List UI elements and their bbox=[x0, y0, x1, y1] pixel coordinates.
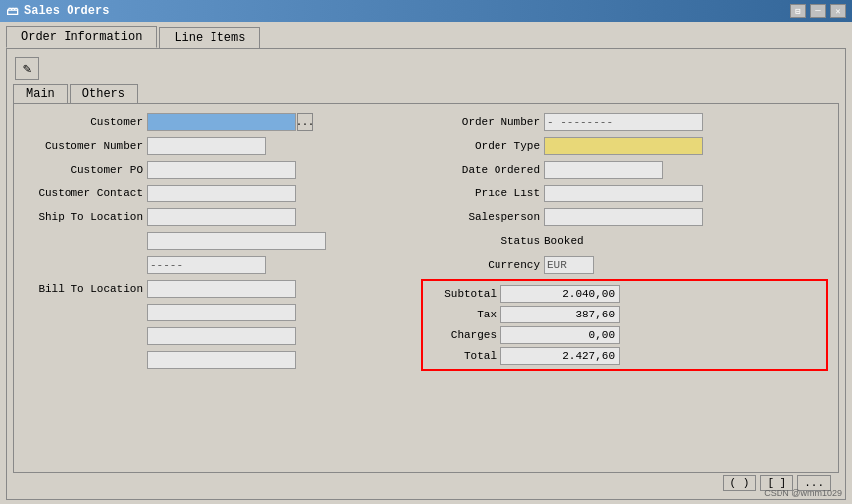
salesperson-row: Salesperson bbox=[421, 207, 828, 227]
customer-ellipsis-btn[interactable]: ... bbox=[297, 113, 313, 131]
customer-number-row: Customer Number bbox=[24, 136, 401, 156]
tab-others[interactable]: Others bbox=[70, 84, 138, 103]
order-number-label: Order Number bbox=[421, 116, 540, 128]
left-column: Customer ... Customer Number Customer PO… bbox=[24, 112, 401, 464]
order-number-input[interactable] bbox=[544, 113, 703, 131]
salesperson-label: Salesperson bbox=[421, 211, 540, 223]
tax-input[interactable] bbox=[500, 306, 620, 323]
total-row: Total bbox=[427, 347, 822, 365]
order-type-label: Order Type bbox=[421, 140, 540, 152]
extra-input-5[interactable] bbox=[147, 351, 296, 369]
price-list-label: Price List bbox=[421, 188, 540, 199]
tax-label: Tax bbox=[427, 309, 497, 320]
close-btn[interactable]: ✕ bbox=[830, 4, 846, 18]
bottom-bar: ( ) [ ] ... bbox=[13, 473, 839, 493]
title-bar-left: 🗃 Sales Orders bbox=[6, 4, 109, 19]
subtotal-row: Subtotal bbox=[427, 285, 822, 303]
tab-main[interactable]: Main bbox=[13, 84, 68, 103]
customer-input-group: ... bbox=[147, 113, 313, 131]
ship-to-location-row: Ship To Location bbox=[24, 207, 401, 227]
title-bar-controls: ⊟ ─ ✕ bbox=[790, 4, 846, 18]
extra-input-3[interactable] bbox=[147, 304, 296, 321]
tab-line-items[interactable]: Line Items bbox=[159, 27, 260, 48]
app-icon: 🗃 bbox=[6, 4, 18, 19]
ship-to-location-label: Ship To Location bbox=[24, 211, 143, 223]
customer-row: Customer ... bbox=[24, 112, 401, 132]
window-body: Order Information Line Items ✎ Main Othe… bbox=[0, 22, 852, 504]
charges-row: Charges bbox=[427, 326, 822, 344]
customer-contact-row: Customer Contact bbox=[24, 184, 401, 203]
extra-input-4[interactable] bbox=[147, 327, 296, 345]
tab-order-information[interactable]: Order Information bbox=[6, 26, 157, 48]
financials-box: Subtotal Tax Charges Total bbox=[421, 279, 828, 371]
date-ordered-label: Date Ordered bbox=[421, 164, 540, 176]
subtotal-label: Subtotal bbox=[427, 288, 497, 300]
customer-contact-label: Customer Contact bbox=[24, 188, 143, 199]
watermark: CSDN @wmm1029 bbox=[764, 488, 842, 498]
status-row: Status Booked bbox=[421, 231, 828, 251]
salesperson-input[interactable] bbox=[544, 208, 703, 226]
currency-row: Currency bbox=[421, 255, 828, 275]
order-number-row: Order Number bbox=[421, 112, 828, 132]
extra-row-5 bbox=[24, 350, 401, 370]
extra-row-3 bbox=[24, 303, 401, 322]
extra-row-4 bbox=[24, 326, 401, 346]
customer-po-row: Customer PO bbox=[24, 160, 401, 180]
edit-icon-btn[interactable]: ✎ bbox=[15, 57, 39, 80]
right-column: Order Number Order Type Date Ordered Pri… bbox=[421, 112, 828, 464]
charges-label: Charges bbox=[427, 329, 497, 341]
extra-row-1 bbox=[24, 231, 401, 251]
status-value: Booked bbox=[544, 235, 584, 247]
total-label: Total bbox=[427, 350, 497, 362]
customer-po-input[interactable] bbox=[147, 161, 296, 179]
subtotal-input[interactable] bbox=[500, 285, 620, 303]
title-bar: 🗃 Sales Orders ⊟ ─ ✕ bbox=[0, 0, 852, 22]
customer-number-input[interactable] bbox=[147, 137, 266, 155]
status-label: Status bbox=[421, 235, 540, 247]
bill-to-location-row: Bill To Location bbox=[24, 279, 401, 299]
inner-tabs: Main Others bbox=[13, 84, 839, 103]
bill-to-location-input[interactable] bbox=[147, 280, 296, 298]
bill-to-location-label: Bill To Location bbox=[24, 283, 143, 295]
content-panel: ✎ Main Others Customer ... Customer Numb… bbox=[6, 48, 846, 500]
price-list-row: Price List bbox=[421, 184, 828, 203]
form-container: Customer ... Customer Number Customer PO… bbox=[13, 103, 839, 473]
extra-row-2 bbox=[24, 255, 401, 275]
currency-input[interactable] bbox=[544, 256, 594, 274]
date-ordered-input[interactable] bbox=[544, 161, 663, 179]
customer-input[interactable] bbox=[147, 113, 296, 131]
toolbar: ✎ bbox=[13, 55, 839, 84]
ship-to-location-input[interactable] bbox=[147, 208, 296, 226]
customer-number-label: Customer Number bbox=[24, 140, 143, 152]
order-type-input[interactable] bbox=[544, 137, 703, 155]
date-ordered-row: Date Ordered bbox=[421, 160, 828, 180]
order-type-row: Order Type bbox=[421, 136, 828, 156]
charges-input[interactable] bbox=[500, 326, 620, 344]
customer-contact-input[interactable] bbox=[147, 185, 296, 202]
extra-input-2[interactable] bbox=[147, 256, 266, 274]
tax-row: Tax bbox=[427, 306, 822, 323]
minimize-btn[interactable]: ─ bbox=[810, 4, 826, 18]
customer-label: Customer bbox=[24, 116, 143, 128]
price-list-input[interactable] bbox=[544, 185, 703, 202]
total-input[interactable] bbox=[500, 347, 620, 365]
restore-btn[interactable]: ⊟ bbox=[790, 4, 806, 18]
customer-po-label: Customer PO bbox=[24, 164, 143, 176]
currency-label: Currency bbox=[421, 259, 540, 271]
top-tabs: Order Information Line Items bbox=[0, 22, 852, 48]
window-title: Sales Orders bbox=[24, 4, 109, 18]
prev-nav-btn[interactable]: ( ) bbox=[723, 475, 757, 491]
extra-input-1[interactable] bbox=[147, 232, 326, 250]
